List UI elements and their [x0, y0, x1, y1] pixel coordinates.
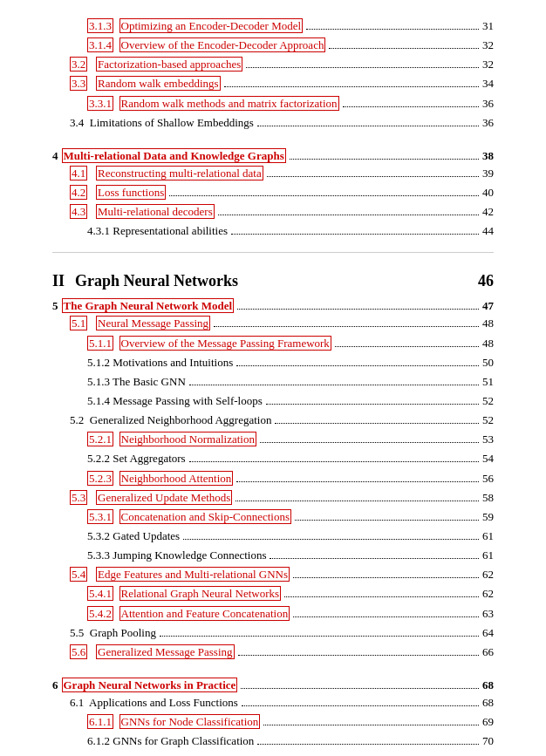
- entry-link[interactable]: 5.2.1: [87, 432, 113, 446]
- entry-link[interactable]: 5.2.3: [87, 471, 113, 486]
- chapter-title-link[interactable]: The Graph Neural Network Model: [62, 298, 235, 313]
- entry-page: 69: [482, 713, 494, 731]
- entry-page: 50: [482, 354, 494, 371]
- entry-num: 5.3.1 Concatenation and Skip-Connections: [87, 508, 291, 526]
- entry-page: 66: [482, 644, 494, 661]
- entry-link[interactable]: 4.2: [70, 185, 87, 200]
- dots: [236, 481, 479, 482]
- entry-title-link[interactable]: Overview of the Message Passing Framewor…: [119, 336, 331, 351]
- chapter-6-header: 6 Graph Neural Networks in Practice 68: [52, 678, 494, 692]
- toc-entry-5-3-1: 5.3.1 Concatenation and Skip-Connections…: [52, 508, 494, 526]
- toc-entry-6-1: 6.1 Applications and Loss Functions 68: [52, 694, 494, 712]
- entry-num: 5.3 Generalized Update Methods: [70, 489, 232, 507]
- entry-page: 62: [482, 566, 494, 583]
- toc-entry-5-4: 5.4 Edge Features and Multi-relational G…: [52, 566, 494, 583]
- entry-link[interactable]: 4.3: [70, 204, 87, 219]
- toc-entry-5-6: 5.6 Generalized Message Passing 66: [52, 644, 494, 661]
- chapter-title: Multi-relational Data and Knowledge Grap…: [62, 149, 286, 163]
- entry-link[interactable]: 5.1: [70, 316, 87, 330]
- entry-link[interactable]: 5.4: [70, 567, 87, 582]
- entry-title-link[interactable]: Optimizing an Encoder-Decoder Model: [119, 18, 304, 33]
- entry-title-link[interactable]: GNNs for Node Classification: [119, 714, 261, 729]
- entry-title-link[interactable]: Neighborhood Normalization: [119, 432, 256, 446]
- entry-title-link[interactable]: Relational Graph Neural Networks: [119, 586, 282, 601]
- entry-page: 36: [482, 95, 494, 112]
- entry-link[interactable]: 5.3: [70, 490, 87, 505]
- toc-entry-3-2: 3.2 Factorization-based approaches 32: [52, 56, 494, 73]
- dots: [214, 326, 479, 327]
- entry-title-link[interactable]: Generalized Update Methods: [96, 490, 232, 505]
- toc-entry-6-1-3: 6.1.3 GNNs for Relation Prediction 70: [52, 752, 494, 756]
- entry-link[interactable]: 5.1.1: [87, 336, 113, 351]
- entry-link[interactable]: 6.1.1: [87, 714, 113, 729]
- toc-entry-5-4-1: 5.4.1 Relational Graph Neural Networks 6…: [52, 585, 494, 603]
- chapter-title-link[interactable]: Graph Neural Networks in Practice: [62, 678, 238, 692]
- entry-page: 61: [482, 547, 494, 564]
- toc-entry-3-1-4: 3.1.4 Overview of the Encoder-Decoder Ap…: [52, 37, 494, 54]
- entry-page: 39: [482, 165, 494, 182]
- entry-num: 3.1.3 Optimizing an Encoder-Decoder Mode…: [87, 17, 303, 35]
- chapter-page: 47: [482, 299, 494, 313]
- entry-link[interactable]: 5.3.1: [87, 509, 113, 524]
- entry-link[interactable]: 4.1: [70, 166, 87, 180]
- entry-link[interactable]: 3.1.3: [87, 18, 113, 33]
- entry-num: 5.3.3 Jumping Knowledge Connections: [87, 547, 266, 564]
- toc-entry-5-4-2: 5.4.2 Attention and Feature Concatenatio…: [52, 605, 494, 623]
- entry-link[interactable]: 5.4.2: [87, 606, 113, 621]
- toc-entry-5-1-3: 5.1.3 The Basic GNN 51: [52, 373, 494, 391]
- entry-title-link[interactable]: Loss functions: [96, 185, 166, 200]
- toc-entry-5-3: 5.3 Generalized Update Methods 58: [52, 489, 494, 507]
- entry-page: 70: [482, 732, 494, 750]
- part-title: Graph Neural Networks: [75, 272, 238, 290]
- entry-page: 63: [482, 605, 494, 623]
- dots: [231, 234, 479, 235]
- entry-title-link[interactable]: Neural Message Passing: [96, 316, 210, 330]
- entry-title-link[interactable]: Edge Features and Multi-relational GNNs: [96, 567, 290, 582]
- entry-page: 52: [482, 392, 494, 410]
- entry-title-link[interactable]: Factorization-based approaches: [96, 57, 242, 72]
- entry-link[interactable]: 3.3.1: [87, 96, 113, 111]
- chapter-title: Graph Neural Networks in Practice: [62, 678, 238, 692]
- dots: [189, 461, 479, 462]
- entry-num: 4.1 Reconstructing multi-relational data: [70, 165, 263, 182]
- entry-num: 5.1.3 The Basic GNN: [87, 373, 186, 391]
- dots: [267, 176, 479, 177]
- toc-entry-5-5: 5.5 Graph Pooling 64: [52, 624, 494, 642]
- dots: [290, 159, 479, 160]
- toc-entry-5-1-4: 5.1.4 Message Passing with Self-loops 52: [52, 392, 494, 410]
- chapter-title-link[interactable]: Multi-relational Data and Knowledge Grap…: [62, 148, 286, 163]
- entry-num: 5.4.2 Attention and Feature Concatenatio…: [87, 605, 290, 623]
- entry-num: 3.1.4 Overview of the Encoder-Decoder Ap…: [87, 37, 325, 54]
- entry-link[interactable]: 3.3: [70, 76, 87, 91]
- entry-link[interactable]: 5.4.1: [87, 586, 113, 601]
- entry-title-link[interactable]: Overview of the Encoder-Decoder Approach: [119, 37, 326, 52]
- entry-page: 48: [482, 315, 494, 332]
- entry-title-link[interactable]: Generalized Message Passing: [96, 644, 235, 659]
- toc-entry-5-2: 5.2 Generalized Neighborhood Aggregation…: [52, 412, 494, 429]
- entry-title-link[interactable]: Multi-relational decoders: [96, 204, 215, 219]
- toc-entry-5-1-2: 5.1.2 Motivations and Intuitions 50: [52, 354, 494, 371]
- toc-entry-6-1-1: 6.1.1 GNNs for Node Classification 69: [52, 713, 494, 731]
- entry-page: 58: [482, 489, 494, 507]
- dots: [224, 86, 479, 87]
- entry-num: 5.1.4 Message Passing with Self-loops: [87, 392, 263, 410]
- entry-num: 5.4 Edge Features and Multi-relational G…: [70, 566, 290, 583]
- entry-title-link[interactable]: Neighborhood Attention: [119, 471, 234, 486]
- entry-title-link[interactable]: Concatenation and Skip-Connections: [119, 509, 292, 524]
- entry-link[interactable]: 3.1.4: [87, 37, 113, 52]
- entry-num: 5.2.3 Neighborhood Attention: [87, 470, 233, 487]
- entry-title-link[interactable]: Reconstructing multi-relational data: [96, 166, 263, 180]
- entry-num: 5.5 Graph Pooling: [70, 624, 156, 642]
- entry-page: 54: [482, 450, 494, 467]
- entry-link[interactable]: 5.6: [70, 644, 87, 659]
- dots: [169, 195, 479, 196]
- entry-title-link[interactable]: Random walk embeddings: [96, 76, 221, 91]
- entry-num: 4.2 Loss functions: [70, 184, 166, 201]
- entry-page: 32: [482, 37, 494, 54]
- entry-title-link[interactable]: Attention and Feature Concatenation: [119, 606, 290, 621]
- entry-page: 53: [482, 431, 494, 448]
- entry-num: 5.4.1 Relational Graph Neural Networks: [87, 585, 281, 603]
- entry-link[interactable]: 3.2: [70, 57, 87, 72]
- toc-entry-3-3-1: 3.3.1 Random walk methods and matrix fac…: [52, 95, 494, 112]
- entry-title-link[interactable]: Random walk methods and matrix factoriza…: [119, 96, 339, 111]
